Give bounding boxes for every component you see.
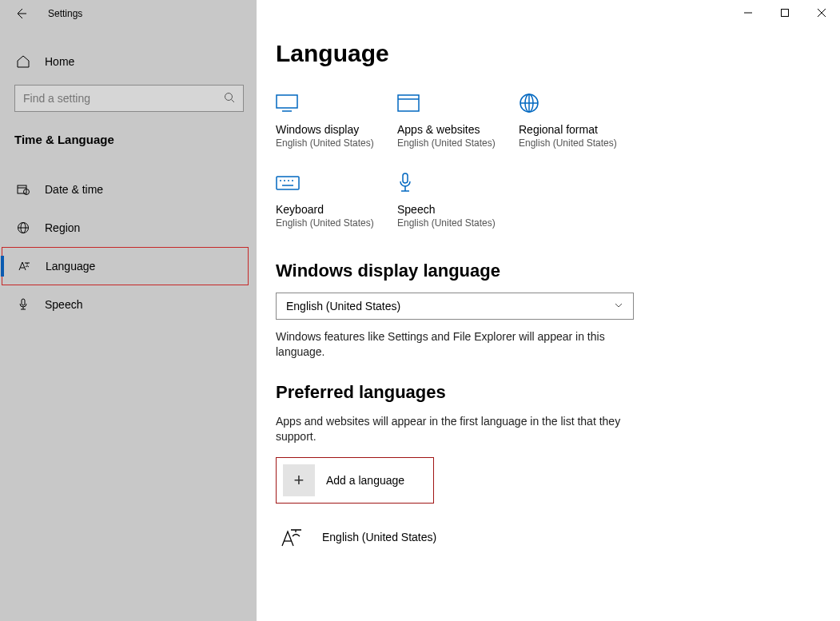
tile-sub: English (United States) xyxy=(276,217,397,229)
sidebar-item-home[interactable]: Home xyxy=(0,45,257,78)
svg-rect-10 xyxy=(22,299,25,305)
sidebar-item-label: Language xyxy=(46,260,95,273)
preferred-language-item[interactable]: English (United States) xyxy=(276,518,688,556)
window-icon xyxy=(397,88,519,118)
sidebar-item-date-time[interactable]: Date & time xyxy=(0,170,257,209)
globe-icon xyxy=(16,221,30,235)
sidebar-item-label: Speech xyxy=(45,298,82,311)
tile-sub: English (United States) xyxy=(397,217,519,229)
svg-rect-14 xyxy=(782,10,789,17)
tile-title: Apps & websites xyxy=(397,123,519,136)
sidebar-item-language[interactable]: Language xyxy=(2,247,249,285)
svg-rect-19 xyxy=(398,95,419,111)
add-language-button[interactable]: + Add a language xyxy=(276,457,434,504)
minimize-button[interactable] xyxy=(730,0,766,26)
display-language-heading: Windows display language xyxy=(276,261,688,281)
search-input[interactable] xyxy=(14,85,244,112)
svg-rect-25 xyxy=(277,177,299,189)
tile-title: Regional format xyxy=(519,123,640,136)
svg-point-1 xyxy=(225,93,233,100)
svg-rect-17 xyxy=(277,95,297,108)
back-icon[interactable] xyxy=(14,7,27,20)
window-title: Settings xyxy=(48,8,82,19)
microphone-icon xyxy=(397,168,519,198)
tile-sub: English (United States) xyxy=(397,137,519,149)
content: Language Windows display English (United… xyxy=(257,0,840,621)
globe-icon xyxy=(519,88,640,118)
preferred-language-label: English (United States) xyxy=(322,531,436,543)
sidebar-home-label: Home xyxy=(45,55,74,68)
home-icon xyxy=(16,54,30,69)
sidebar-item-speech[interactable]: Speech xyxy=(0,285,257,324)
tile-apps-websites[interactable]: Apps & websites English (United States) xyxy=(397,88,519,149)
tile-title: Speech xyxy=(397,203,519,216)
search-field[interactable] xyxy=(23,92,224,105)
preferred-languages-heading: Preferred languages xyxy=(276,382,688,403)
add-language-label: Add a language xyxy=(326,474,404,487)
tile-regional-format[interactable]: Regional format English (United States) xyxy=(519,88,640,149)
window-controls xyxy=(730,0,840,26)
display-language-desc: Windows features like Settings and File … xyxy=(276,329,627,360)
page-title: Language xyxy=(276,40,688,67)
preferred-languages-desc: Apps and websites will appear in the fir… xyxy=(276,414,627,444)
tile-sub: English (United States) xyxy=(519,137,640,149)
keyboard-icon xyxy=(276,168,397,198)
plus-icon: + xyxy=(283,464,315,496)
dropdown-value: English (United States) xyxy=(286,300,400,312)
tile-title: Keyboard xyxy=(276,203,397,216)
tile-title: Windows display xyxy=(276,123,397,136)
close-button[interactable] xyxy=(803,0,840,26)
sidebar-item-label: Date & time xyxy=(45,183,103,196)
titlebar: Settings xyxy=(0,0,257,27)
display-icon xyxy=(276,88,397,118)
sidebar-category: Time & Language xyxy=(0,118,257,156)
sidebar-item-region[interactable]: Region xyxy=(0,209,257,247)
tile-speech[interactable]: Speech English (United States) xyxy=(397,168,519,229)
search-icon xyxy=(224,92,235,105)
calendar-clock-icon xyxy=(16,182,30,197)
display-language-dropdown[interactable]: English (United States) xyxy=(276,293,634,320)
tile-keyboard[interactable]: Keyboard English (United States) xyxy=(276,168,397,229)
svg-line-2 xyxy=(232,99,235,102)
language-tiles: Windows display English (United States) … xyxy=(276,88,659,248)
chevron-down-icon xyxy=(614,300,623,312)
maximize-button[interactable] xyxy=(766,0,803,26)
language-icon xyxy=(17,259,31,273)
tile-sub: English (United States) xyxy=(276,137,397,149)
language-icon xyxy=(276,521,308,553)
sidebar-item-label: Region xyxy=(45,221,80,234)
sidebar: Settings Home Time & Language Date & xyxy=(0,0,257,621)
microphone-icon xyxy=(16,297,30,312)
tile-windows-display[interactable]: Windows display English (United States) xyxy=(276,88,397,149)
svg-rect-31 xyxy=(403,173,408,183)
